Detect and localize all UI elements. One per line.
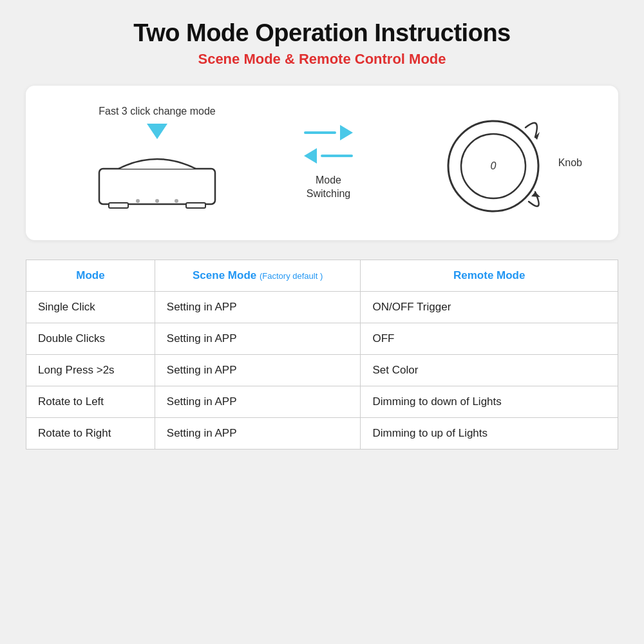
cell-mode: Single Click bbox=[26, 292, 155, 323]
diagram-left: Fast 3 click change mode bbox=[93, 106, 222, 220]
arrow-down-icon bbox=[147, 124, 167, 139]
svg-rect-0 bbox=[99, 169, 215, 204]
cell-remote: Set Color bbox=[361, 355, 618, 386]
device-illustration bbox=[93, 143, 222, 220]
cell-scene: Setting in APP bbox=[155, 418, 361, 450]
cell-mode: Rotate to Right bbox=[26, 418, 155, 450]
table-header-row: Mode Scene Mode (Factory default ) Remot… bbox=[26, 260, 618, 292]
svg-text:0: 0 bbox=[491, 160, 497, 171]
table-row: Long Press >2s Setting in APP Set Color bbox=[26, 355, 618, 386]
table-row: Rotate to Left Setting in APP Dimming to… bbox=[26, 386, 618, 418]
main-title: Two Mode Operation Instructions bbox=[133, 19, 510, 47]
switch-arrows bbox=[304, 125, 353, 164]
cell-scene: Setting in APP bbox=[155, 323, 361, 355]
cell-mode: Double Clicks bbox=[26, 323, 155, 355]
cell-remote: OFF bbox=[361, 323, 618, 355]
cell-remote: ON/OFF Trigger bbox=[361, 292, 618, 323]
table-row: Rotate to Right Setting in APP Dimming t… bbox=[26, 418, 618, 450]
cell-scene: Setting in APP bbox=[155, 355, 361, 386]
knob-label: Knob bbox=[558, 157, 582, 169]
cell-scene: Setting in APP bbox=[155, 386, 361, 418]
svg-rect-1 bbox=[109, 203, 128, 208]
diagram-box: Fast 3 click change mode bbox=[26, 86, 618, 240]
knob-illustration: 0 bbox=[435, 105, 551, 221]
header-mode: Mode bbox=[26, 260, 155, 292]
table-row: Double Clicks Setting in APP OFF bbox=[26, 323, 618, 355]
cell-scene: Setting in APP bbox=[155, 292, 361, 323]
cell-remote: Dimming to up of Lights bbox=[361, 418, 618, 450]
header-remote: Remote Mode bbox=[361, 260, 618, 292]
arrow-right-icon bbox=[340, 125, 353, 140]
header-scene-text: Scene Mode bbox=[193, 269, 256, 281]
modes-table: Mode Scene Mode (Factory default ) Remot… bbox=[26, 260, 618, 450]
table-row: Single Click Setting in APP ON/OFF Trigg… bbox=[26, 292, 618, 323]
svg-point-4 bbox=[155, 199, 159, 203]
svg-marker-10 bbox=[531, 192, 540, 197]
subtitle: Scene Mode & Remote Control Mode bbox=[198, 51, 446, 68]
arrow-left-icon bbox=[304, 148, 317, 164]
click-label: Fast 3 click change mode bbox=[99, 106, 215, 117]
header-scene: Scene Mode (Factory default ) bbox=[155, 260, 361, 292]
svg-point-5 bbox=[175, 199, 178, 203]
svg-point-3 bbox=[136, 199, 140, 203]
cell-mode: Rotate to Left bbox=[26, 386, 155, 418]
svg-rect-2 bbox=[186, 203, 205, 208]
table-container: Mode Scene Mode (Factory default ) Remot… bbox=[26, 260, 618, 450]
diagram-middle: ModeSwitching bbox=[304, 125, 353, 201]
cell-mode: Long Press >2s bbox=[26, 355, 155, 386]
header-scene-note: (Factory default ) bbox=[260, 271, 323, 281]
cell-remote: Dimming to down of Lights bbox=[361, 386, 618, 418]
diagram-right: 0 Knob bbox=[435, 105, 551, 221]
mode-switching-label: ModeSwitching bbox=[307, 174, 350, 201]
